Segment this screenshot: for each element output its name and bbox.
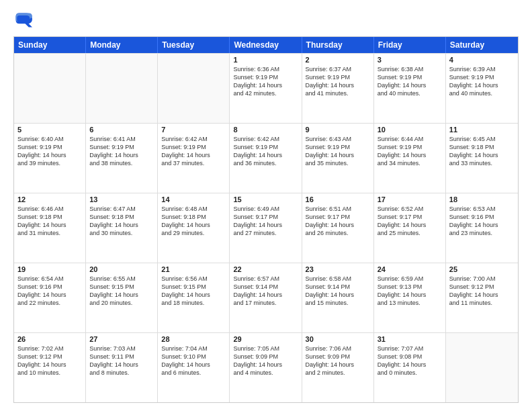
- cell-day-number: 13: [89, 195, 154, 203]
- calendar-cell: 18Sunrise: 6:53 AM Sunset: 9:16 PM Dayli…: [446, 193, 518, 263]
- cell-day-number: 19: [17, 265, 82, 273]
- cell-info: Sunrise: 6:43 AM Sunset: 9:19 PM Dayligh…: [306, 135, 370, 168]
- cell-info: Sunrise: 6:59 AM Sunset: 9:13 PM Dayligh…: [378, 275, 442, 308]
- calendar-cell: 13Sunrise: 6:47 AM Sunset: 9:18 PM Dayli…: [86, 193, 158, 263]
- calendar-cell: 15Sunrise: 6:49 AM Sunset: 9:17 PM Dayli…: [230, 193, 302, 263]
- calendar-cell: 19Sunrise: 6:54 AM Sunset: 9:16 PM Dayli…: [14, 263, 86, 332]
- cell-info: Sunrise: 6:42 AM Sunset: 9:19 PM Dayligh…: [161, 135, 226, 168]
- cell-day-number: 18: [449, 195, 515, 203]
- header-day-sunday: Sunday: [14, 37, 86, 53]
- cell-info: Sunrise: 7:03 AM Sunset: 9:11 PM Dayligh…: [89, 345, 154, 377]
- calendar-cell: 31Sunrise: 7:07 AM Sunset: 9:08 PM Dayli…: [374, 333, 446, 402]
- cell-info: Sunrise: 7:04 AM Sunset: 9:10 PM Dayligh…: [161, 345, 226, 377]
- calendar-cell: 14Sunrise: 6:48 AM Sunset: 9:18 PM Dayli…: [158, 193, 230, 263]
- cell-day-number: 3: [378, 56, 442, 64]
- cell-info: Sunrise: 6:48 AM Sunset: 9:18 PM Dayligh…: [161, 205, 226, 238]
- cell-info: Sunrise: 6:47 AM Sunset: 9:18 PM Dayligh…: [89, 205, 154, 238]
- cell-day-number: 23: [306, 265, 370, 273]
- calendar-cell: 10Sunrise: 6:44 AM Sunset: 9:19 PM Dayli…: [374, 124, 446, 193]
- calendar: SundayMondayTuesdayWednesdayThursdayFrid…: [13, 36, 519, 403]
- cell-day-number: 12: [17, 195, 82, 203]
- calendar-cell: 3Sunrise: 6:38 AM Sunset: 9:19 PM Daylig…: [374, 54, 446, 123]
- header-day-saturday: Saturday: [446, 37, 518, 53]
- cell-info: Sunrise: 6:58 AM Sunset: 9:14 PM Dayligh…: [306, 275, 370, 308]
- calendar-cell: 7Sunrise: 6:42 AM Sunset: 9:19 PM Daylig…: [158, 124, 230, 193]
- cell-info: Sunrise: 7:00 AM Sunset: 9:12 PM Dayligh…: [449, 275, 515, 308]
- cell-info: Sunrise: 7:06 AM Sunset: 9:09 PM Dayligh…: [306, 345, 370, 377]
- cell-info: Sunrise: 6:36 AM Sunset: 9:19 PM Dayligh…: [233, 65, 298, 98]
- header-day-tuesday: Tuesday: [158, 37, 230, 53]
- cell-day-number: 14: [161, 195, 226, 203]
- cell-day-number: 7: [161, 126, 226, 134]
- header-day-friday: Friday: [374, 37, 446, 53]
- cell-day-number: 20: [89, 265, 154, 273]
- calendar-cell: 11Sunrise: 6:45 AM Sunset: 9:18 PM Dayli…: [446, 124, 518, 193]
- calendar-cell: 22Sunrise: 6:57 AM Sunset: 9:14 PM Dayli…: [230, 263, 302, 332]
- calendar-cell: 5Sunrise: 6:40 AM Sunset: 9:19 PM Daylig…: [14, 124, 86, 193]
- calendar-week-1: 1Sunrise: 6:36 AM Sunset: 9:19 PM Daylig…: [14, 53, 518, 123]
- cell-day-number: 21: [161, 265, 226, 273]
- cell-day-number: 1: [233, 56, 298, 64]
- cell-info: Sunrise: 6:45 AM Sunset: 9:18 PM Dayligh…: [449, 135, 515, 168]
- cell-info: Sunrise: 6:55 AM Sunset: 9:15 PM Dayligh…: [89, 275, 154, 308]
- cell-day-number: 9: [306, 126, 370, 134]
- calendar-cell: 20Sunrise: 6:55 AM Sunset: 9:15 PM Dayli…: [86, 263, 158, 332]
- calendar-cell: 28Sunrise: 7:04 AM Sunset: 9:10 PM Dayli…: [158, 333, 230, 402]
- cell-info: Sunrise: 6:49 AM Sunset: 9:17 PM Dayligh…: [233, 205, 298, 238]
- cell-info: Sunrise: 6:56 AM Sunset: 9:15 PM Dayligh…: [161, 275, 226, 308]
- cell-info: Sunrise: 6:40 AM Sunset: 9:19 PM Dayligh…: [17, 135, 82, 168]
- calendar-cell: 24Sunrise: 6:59 AM Sunset: 9:13 PM Dayli…: [374, 263, 446, 332]
- calendar-cell: 23Sunrise: 6:58 AM Sunset: 9:14 PM Dayli…: [302, 263, 374, 332]
- cell-info: Sunrise: 6:44 AM Sunset: 9:19 PM Dayligh…: [378, 135, 442, 168]
- cell-day-number: 16: [306, 195, 370, 203]
- cell-info: Sunrise: 6:46 AM Sunset: 9:18 PM Dayligh…: [17, 205, 82, 238]
- cell-info: Sunrise: 6:41 AM Sunset: 9:19 PM Dayligh…: [89, 135, 154, 168]
- logo: [13, 11, 35, 30]
- cell-day-number: 6: [89, 126, 154, 134]
- cell-info: Sunrise: 7:07 AM Sunset: 9:08 PM Dayligh…: [378, 345, 442, 377]
- cell-day-number: 30: [306, 335, 370, 343]
- calendar-header-row: SundayMondayTuesdayWednesdayThursdayFrid…: [14, 37, 518, 53]
- cell-day-number: 17: [378, 195, 442, 203]
- calendar-cell: 26Sunrise: 7:02 AM Sunset: 9:12 PM Dayli…: [14, 333, 86, 402]
- cell-day-number: 27: [89, 335, 154, 343]
- calendar-cell: 6Sunrise: 6:41 AM Sunset: 9:19 PM Daylig…: [86, 124, 158, 193]
- cell-info: Sunrise: 6:54 AM Sunset: 9:16 PM Dayligh…: [17, 275, 82, 308]
- cell-day-number: 8: [233, 126, 298, 134]
- calendar-cell: 2Sunrise: 6:37 AM Sunset: 9:19 PM Daylig…: [302, 54, 374, 123]
- calendar-cell: 17Sunrise: 6:52 AM Sunset: 9:17 PM Dayli…: [374, 193, 446, 263]
- cell-info: Sunrise: 6:42 AM Sunset: 9:19 PM Dayligh…: [233, 135, 298, 168]
- cell-info: Sunrise: 6:51 AM Sunset: 9:17 PM Dayligh…: [306, 205, 370, 238]
- calendar-cell: 9Sunrise: 6:43 AM Sunset: 9:19 PM Daylig…: [302, 124, 374, 193]
- cell-info: Sunrise: 6:39 AM Sunset: 9:19 PM Dayligh…: [449, 65, 515, 98]
- calendar-week-4: 19Sunrise: 6:54 AM Sunset: 9:16 PM Dayli…: [14, 263, 518, 332]
- calendar-cell: [86, 54, 158, 123]
- calendar-cell: 29Sunrise: 7:05 AM Sunset: 9:09 PM Dayli…: [230, 333, 302, 402]
- header-day-wednesday: Wednesday: [230, 37, 302, 53]
- cell-day-number: 11: [449, 126, 515, 134]
- header: [13, 11, 519, 30]
- cell-info: Sunrise: 6:53 AM Sunset: 9:16 PM Dayligh…: [449, 205, 515, 238]
- calendar-week-2: 5Sunrise: 6:40 AM Sunset: 9:19 PM Daylig…: [14, 123, 518, 193]
- calendar-week-3: 12Sunrise: 6:46 AM Sunset: 9:18 PM Dayli…: [14, 193, 518, 263]
- calendar-cell: 30Sunrise: 7:06 AM Sunset: 9:09 PM Dayli…: [302, 333, 374, 402]
- cell-day-number: 26: [17, 335, 82, 343]
- calendar-cell: 25Sunrise: 7:00 AM Sunset: 9:12 PM Dayli…: [446, 263, 518, 332]
- cell-info: Sunrise: 7:05 AM Sunset: 9:09 PM Dayligh…: [233, 345, 298, 377]
- header-day-monday: Monday: [86, 37, 158, 53]
- calendar-cell: [14, 54, 86, 123]
- cell-info: Sunrise: 6:38 AM Sunset: 9:19 PM Dayligh…: [378, 65, 442, 98]
- calendar-cell: [158, 54, 230, 123]
- cell-day-number: 10: [378, 126, 442, 134]
- cell-info: Sunrise: 6:52 AM Sunset: 9:17 PM Dayligh…: [378, 205, 442, 238]
- logo-icon: [13, 11, 32, 30]
- calendar-week-5: 26Sunrise: 7:02 AM Sunset: 9:12 PM Dayli…: [14, 332, 518, 402]
- cell-day-number: 15: [233, 195, 298, 203]
- cell-day-number: 25: [449, 265, 515, 273]
- calendar-cell: 27Sunrise: 7:03 AM Sunset: 9:11 PM Dayli…: [86, 333, 158, 402]
- cell-day-number: 28: [161, 335, 226, 343]
- cell-day-number: 29: [233, 335, 298, 343]
- calendar-cell: 1Sunrise: 6:36 AM Sunset: 9:19 PM Daylig…: [230, 54, 302, 123]
- cell-day-number: 22: [233, 265, 298, 273]
- calendar-body: 1Sunrise: 6:36 AM Sunset: 9:19 PM Daylig…: [14, 53, 518, 402]
